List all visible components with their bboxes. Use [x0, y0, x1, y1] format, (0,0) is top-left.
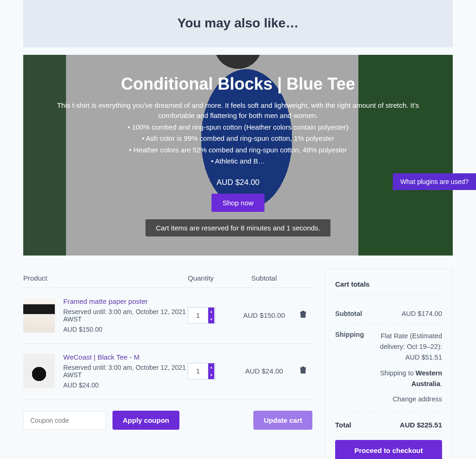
- update-cart-button[interactable]: Update cart: [253, 411, 312, 430]
- cart-row: WeCoast | Black Tee - M Reserved until: …: [23, 344, 312, 400]
- qty-up-button[interactable]: ▲: [208, 363, 214, 371]
- line-subtotal: AUD $150.00: [234, 311, 294, 319]
- quantity-input[interactable]: [188, 308, 208, 323]
- shipping-region: Western Australia: [411, 369, 442, 387]
- upsell-header: You may also like…: [23, 0, 453, 47]
- reserved-until: Reserved until: 3:00 am, October 12, 202…: [63, 364, 188, 379]
- product-name-link[interactable]: Framed matte paper poster: [63, 297, 188, 305]
- proceed-to-checkout-button[interactable]: Proceed to checkout: [335, 440, 442, 459]
- col-product: Product: [23, 274, 188, 282]
- qty-down-button[interactable]: ▼: [208, 371, 214, 379]
- subtotal-label: Subtotal: [335, 310, 362, 317]
- unit-price: AUD $24.00: [63, 381, 188, 389]
- hero-description: This t-shirt is everything you've dreame…: [51, 100, 425, 121]
- reserved-until: Reserved until: 3:00 am, October 12, 202…: [63, 308, 188, 323]
- apply-coupon-button[interactable]: Apply coupon: [112, 411, 179, 430]
- total-value: AUD $225.51: [400, 421, 442, 429]
- cart-table: Product Quantity Subtotal Framed matte p…: [23, 269, 312, 459]
- cart-row: Framed matte paper poster Reserved until…: [23, 288, 312, 344]
- hero-title: Conditional Blocks | Blue Tee: [121, 74, 355, 94]
- shipping-label: Shipping: [335, 331, 364, 405]
- subtotal-value: AUD $174.00: [402, 310, 442, 317]
- qty-up-button[interactable]: ▲: [208, 308, 214, 315]
- change-address-link[interactable]: Change address: [371, 394, 442, 405]
- upsell-heading: You may also like…: [23, 16, 453, 31]
- shipping-to-prefix: Shipping to: [380, 369, 416, 377]
- reservation-notice: Cart items are reserved for 8 minutes an…: [145, 219, 331, 236]
- shop-now-button[interactable]: Shop now: [212, 194, 265, 212]
- hero-product: Conditional Blocks | Blue Tee This t-shi…: [23, 55, 453, 256]
- quantity-input[interactable]: [188, 363, 208, 379]
- hero-price: AUD $24.00: [217, 178, 260, 187]
- product-thumb[interactable]: [23, 354, 55, 388]
- qty-down-button[interactable]: ▼: [208, 315, 214, 323]
- quantity-stepper[interactable]: ▲ ▼: [188, 307, 216, 324]
- plugin-detector-banner[interactable]: What plugins are used?: [393, 173, 476, 190]
- col-quantity: Quantity: [188, 274, 234, 282]
- quantity-stepper[interactable]: ▲ ▼: [188, 363, 216, 380]
- product-name-link[interactable]: WeCoast | Black Tee - M: [63, 353, 188, 361]
- hero-bullet: • 100% combed and ring-spun cotton (Heat…: [127, 122, 349, 133]
- cart-totals-card: Cart totals Subtotal AUD $174.00 Shippin…: [324, 269, 453, 459]
- cart-totals-heading: Cart totals: [335, 280, 442, 295]
- unit-price: AUD $150.00: [63, 326, 188, 333]
- trash-icon[interactable]: [300, 311, 306, 318]
- hero-bullet: • Athletic and B…: [211, 156, 265, 167]
- shipping-rate: Flat Rate (Estimated delivery: Oct 19–22…: [380, 332, 442, 361]
- trash-icon[interactable]: [300, 367, 306, 374]
- line-subtotal: AUD $24.00: [234, 367, 294, 375]
- hero-bullet: • Heather colors are 52% combed and ring…: [129, 145, 347, 156]
- coupon-input[interactable]: [23, 411, 106, 430]
- col-subtotal: Subtotal: [234, 274, 294, 282]
- product-thumb[interactable]: [23, 298, 55, 333]
- hero-bullet: • Ash color is 99% combed and ring-spun …: [142, 133, 334, 144]
- total-label: Total: [335, 421, 351, 429]
